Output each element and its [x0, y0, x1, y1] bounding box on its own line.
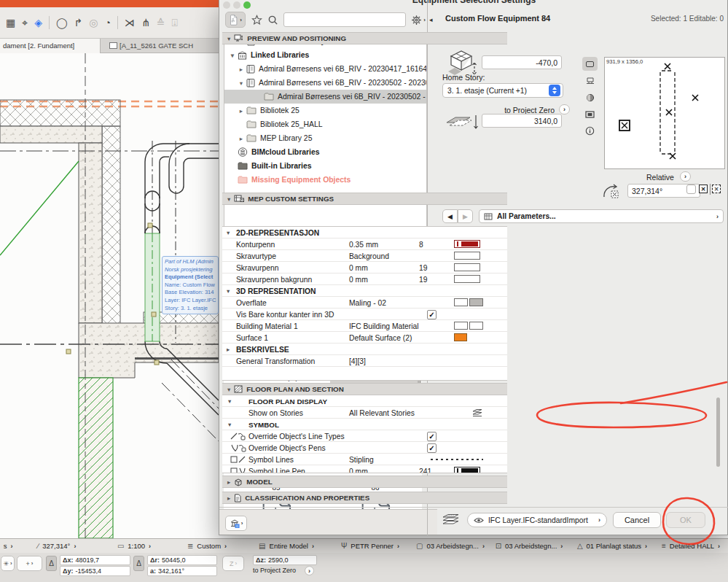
param-row-symbol-lines[interactable]: Symbol LinesStipling [222, 454, 507, 465]
delta-y-field[interactable]: Δy:-15453,4 [60, 566, 130, 576]
material-swatch[interactable] [454, 298, 468, 306]
param-value[interactable]: IFC Building Material [349, 322, 419, 330]
param-value[interactable]: 0 mm [349, 264, 368, 272]
delta-z-field[interactable]: Δz:2590,0 [253, 555, 317, 565]
tree-disclosure-icon[interactable]: ▸ [238, 66, 245, 73]
previous-parameter-page-button[interactable]: ◀ [442, 209, 458, 223]
window-zoom-button[interactable] [243, 1, 251, 9]
param-pen-number[interactable]: 19 [419, 276, 427, 284]
preview-mode-2d-button[interactable] [582, 57, 598, 71]
disclosure-icon[interactable]: ▾ [228, 421, 231, 428]
param-row-symbol-line-pen[interactable]: Symbol Line Pen0 mm241 [222, 465, 507, 473]
pen-color-swatch[interactable] [454, 467, 480, 473]
snap-options-button[interactable]: ✳› [1, 556, 15, 571]
cancel-button[interactable]: Cancel [613, 512, 661, 528]
param-row-skravurtype[interactable]: SkravurtypeBackground [222, 250, 507, 262]
delta-x-field[interactable]: Δx:48019,7 [60, 555, 130, 565]
graphic-overrides[interactable]: ⊡03 Arbeidstegn...› [490, 539, 568, 553]
gauge-icon[interactable]: ◔ [105, 17, 111, 28]
tab-fundament[interactable]: dament [2. Fundament] [0, 39, 101, 53]
home-story-dropdown[interactable]: 3. 1. etasje (Current +1) [442, 83, 563, 98]
delta-ra-toggle[interactable]: Δ [133, 556, 144, 571]
paint-bucket-icon[interactable]: ◈ [34, 17, 42, 28]
resize-tool-icon[interactable]: ≙ [157, 17, 165, 28]
floor-plan-canvas[interactable]: Part of HLM (AdminNorsk prosjekteringEqu… [0, 53, 219, 538]
window-minimize-button[interactable] [233, 1, 240, 9]
param-group-floor-plan-display[interactable]: ▾FLOOR PLAN DISPLAY [222, 395, 507, 407]
tree-item-admiral-b-rresens-vei-6b-riv-20230417-16[interactable]: ▸Admiral Børresens vei 6B_RIV - 20230417… [224, 62, 426, 76]
disclosure-icon[interactable]: ▾ [227, 229, 230, 236]
preview-info-button[interactable] [582, 124, 598, 138]
search-input[interactable] [283, 12, 406, 27]
preview-panel[interactable]: 931,9 x 1356,0 [604, 57, 725, 169]
section-preview-positioning[interactable]: ▾ PREVIEW AND POSITIONING [222, 32, 507, 44]
stories-icon[interactable] [471, 408, 483, 419]
tree-disclosure-icon[interactable]: ▸ [238, 107, 245, 115]
split-tool-icon[interactable]: ⋊ [125, 17, 135, 28]
mirror-checkbox[interactable] [686, 185, 696, 194]
delta-r-field[interactable]: Δr:50445,0 [147, 555, 217, 565]
param-value[interactable]: Stipling [349, 456, 374, 464]
param-group-symbol[interactable]: ▾SYMBOL [222, 419, 507, 430]
linetype-preview[interactable] [431, 459, 483, 460]
layout-indicator[interactable]: ≡Detailed HALL› [656, 539, 726, 553]
param-row-show-on-stories[interactable]: Show on StoriesAll Relevant Stories [222, 407, 507, 419]
relative-chevron[interactable]: › [680, 171, 691, 182]
tree-disclosure-icon[interactable]: ▾ [229, 52, 236, 59]
param-pen-number[interactable]: 19 [419, 264, 427, 272]
disclosure-icon[interactable]: ▸ [227, 346, 230, 353]
pen-color-swatch[interactable] [454, 240, 480, 248]
ok-button[interactable]: OK [666, 512, 705, 528]
param-group-2d-representasjon[interactable]: ▾2D-REPRESENTASJON [222, 227, 507, 238]
tree-disclosure-icon[interactable]: ▾ [238, 79, 245, 87]
param-value[interactable]: [4][3] [349, 357, 366, 365]
tree-item-admiral-b-rresens-vei-6b-riv-20230502-20[interactable]: ▾Admiral Børresens vei 6B_RIV - 20230502… [224, 76, 426, 90]
tab-gate-schema[interactable]: [A_11_5261 GATE SCH [109, 39, 219, 53]
material-swatch[interactable] [454, 322, 468, 330]
grid-tool-icon[interactable]: ▦ [6, 17, 15, 28]
section-floor-plan-and-section[interactable]: ▾ FLOOR PLAN AND SECTION [222, 383, 507, 395]
checkbox-checked[interactable]: ✓ [427, 443, 437, 453]
surface-swatch[interactable] [454, 333, 467, 341]
param-row-overflate[interactable]: OverflateMaling - 02 [222, 297, 507, 309]
preview-mode-section-button[interactable] [582, 107, 598, 121]
checkbox-checked[interactable]: ✓ [427, 310, 437, 319]
object-type-button[interactable]: › [225, 12, 246, 28]
param-value[interactable]: Default Surface (2) [349, 334, 412, 342]
param-group-beskrivelse[interactable]: ▸BESKRIVELSE [222, 344, 507, 355]
section-mep-custom-settings[interactable]: ▾ MEP CUSTOM SETTINGS [222, 193, 507, 205]
param-group-3d-representation[interactable]: ▾3D REPRESENTATION [222, 285, 507, 297]
tree-item-missing-equipment-objects[interactable]: Missing Equipment Objects [224, 173, 426, 187]
param-value[interactable]: 0.35 mm [349, 241, 378, 249]
preview-mode-3d-button[interactable] [582, 90, 598, 104]
param-row-building-material-1[interactable]: Building Material 1IFC Building Material [222, 320, 507, 332]
param-value[interactable]: Background [349, 252, 389, 260]
section-classification-properties[interactable]: ▸ CLASSIFICATION AND PROPERTIES [222, 492, 507, 504]
elevation-top-field[interactable]: -470,0 [482, 55, 562, 69]
fill-swatch[interactable] [454, 252, 480, 260]
zoom-icon[interactable]: ◎ [89, 17, 98, 28]
favorites-button[interactable] [248, 12, 265, 28]
material-swatch[interactable] [469, 298, 483, 306]
model-view-options[interactable]: ▢03 Arbeidstegn...› [411, 539, 490, 553]
param-row-override-object-s-line-types[interactable]: Override Object's Line Types✓ [222, 430, 507, 442]
window-close-button[interactable] [223, 1, 230, 9]
angle-indicator[interactable]: ∕327,314°› [16, 539, 98, 553]
scale-indicator[interactable]: ▭1:100› [98, 539, 171, 553]
param-row-skravurpenn-bakgrunn[interactable]: Skravurpenn bakgrunn0 mm19 [222, 273, 507, 285]
param-row-vis-bare-kontur-kanter-inn-3d[interactable]: Vis Bare kontur kanter inn 3D✓ [222, 309, 507, 320]
edit-plane-button[interactable]: Z› [222, 556, 244, 571]
param-row-konturpenn[interactable]: Konturpenn0.35 mm8 [222, 238, 507, 250]
tpz-chevron[interactable]: › [305, 566, 314, 575]
parameter-filter-combo[interactable]: All Parameters... › [479, 209, 724, 223]
adjust-tool-icon[interactable]: ⋔ [141, 17, 150, 28]
tree-item-bimcloud-libraries[interactable]: BIMcloud Libraries [224, 145, 426, 159]
param-pen-number[interactable]: 8 [419, 241, 423, 249]
tree-item-admiral-b-rresens-vei-6b-riv-20230502-20[interactable]: Admiral Børresens vei 6B_RIV - 20230502 … [224, 90, 426, 104]
snap-point-button[interactable]: +› [17, 556, 42, 571]
marquee-tool-icon[interactable]: ⌖ [22, 17, 28, 29]
elevation-bottom-field[interactable]: 3140,0 [482, 114, 562, 128]
tree-item-built-in-libraries[interactable]: Built-in Libraries [224, 159, 426, 173]
library-manager-button[interactable]: › [225, 516, 247, 531]
tree-item-bibliotek-25[interactable]: ▸Bibliotek 25 [224, 104, 426, 117]
